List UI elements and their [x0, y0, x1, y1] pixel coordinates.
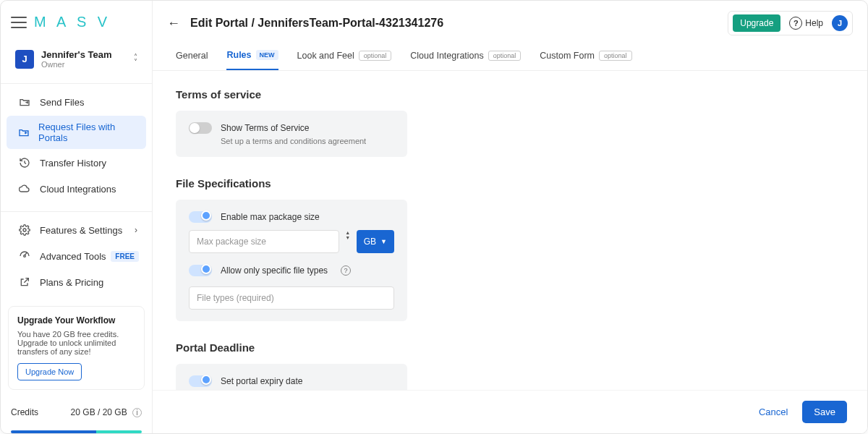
stepper-down-icon[interactable]: ▼ [344, 235, 352, 240]
app-frame: M A S V J Jennifer's Team Owner ˄˅ Send … [0, 0, 868, 434]
file-types-toggle[interactable] [189, 265, 212, 276]
credits-progress-bar [11, 430, 142, 433]
tab-cloud-integrations[interactable]: Cloud Integrations optional [410, 50, 521, 70]
upgrade-now-button[interactable]: Upgrade Now [17, 363, 82, 380]
tab-custom-form[interactable]: Custom Form optional [540, 50, 631, 70]
nav-section-settings: Features & Settings › Advanced Tools FRE… [1, 211, 152, 300]
max-size-label: Enable max package size [221, 212, 320, 222]
tab-label: Cloud Integrations [410, 51, 483, 61]
sidebar-item-transfer-history[interactable]: Transfer History [7, 150, 146, 175]
credits-label: Credits [11, 407, 38, 417]
svg-point-0 [23, 229, 26, 231]
tabs: General Rules NEW Look and Feel optional… [153, 40, 867, 71]
upgrade-card-body: You have 20 GB free credits. Upgrade to … [17, 330, 135, 356]
gear-icon [18, 224, 31, 237]
deadline-label: Set portal expiry date [221, 376, 302, 386]
max-package-size-input[interactable] [189, 230, 339, 253]
tos-card: Show Terms of Service Set up a terms and… [176, 111, 407, 157]
gauge-icon [18, 250, 31, 263]
topbar: ← Edit Portal / JennifersTeam-Portal-432… [153, 1, 867, 40]
team-info: Jennifer's Team Owner [41, 49, 112, 69]
unit-dropdown[interactable]: GB ▼ [357, 230, 394, 253]
tab-general[interactable]: General [176, 50, 208, 70]
new-badge: NEW [256, 50, 278, 60]
page-title: Edit Portal / JennifersTeam-Portal-43213… [190, 17, 443, 30]
tos-toggle-label: Show Terms of Service [221, 123, 310, 133]
main: ← Edit Portal / JennifersTeam-Portal-432… [153, 1, 867, 433]
stepper[interactable]: ▲▼ [344, 230, 352, 253]
help-icon: ? [789, 17, 802, 30]
cloud-icon [18, 182, 31, 195]
sidebar-item-send-files[interactable]: Send Files [7, 90, 146, 114]
cancel-button[interactable]: Cancel [759, 401, 788, 423]
upgrade-button[interactable]: Upgrade [733, 14, 780, 32]
tos-toggle[interactable] [189, 122, 212, 134]
caret-down-icon: ▼ [380, 238, 387, 245]
sidebar: M A S V J Jennifer's Team Owner ˄˅ Send … [1, 1, 153, 433]
file-types-input[interactable] [189, 286, 394, 310]
stepper-up-icon[interactable]: ▲ [344, 230, 352, 235]
team-name: Jennifer's Team [41, 49, 112, 60]
nav-section-main: Send Files Request Files with Portals Tr… [1, 83, 152, 207]
nav-label: Plans & Pricing [40, 277, 103, 288]
help-label: Help [805, 18, 823, 28]
optional-badge: optional [599, 51, 632, 61]
upgrade-card: Upgrade Your Workflow You have 20 GB fre… [8, 306, 145, 390]
help-tooltip-icon[interactable]: ? [341, 265, 351, 276]
tab-label: Look and Feel [297, 51, 354, 61]
help-button[interactable]: ? Help [786, 14, 826, 32]
section-title-deadline: Portal Deadline [176, 341, 844, 354]
sidebar-item-plans-pricing[interactable]: Plans & Pricing [7, 270, 146, 294]
topbar-right: Upgrade ? Help J [728, 11, 853, 35]
sidebar-item-request-portals[interactable]: Request Files with Portals [7, 116, 146, 149]
unit-label: GB [364, 237, 376, 247]
updown-chevron-icon[interactable]: ˄˅ [134, 54, 137, 64]
footer: Cancel Save [153, 390, 867, 433]
tab-label: Custom Form [540, 51, 595, 61]
optional-badge: optional [359, 51, 392, 61]
sidebar-item-cloud-integrations[interactable]: Cloud Integrations [7, 176, 146, 201]
nav-label: Cloud Integrations [40, 184, 116, 195]
nav-label: Send Files [40, 97, 84, 108]
deadline-toggle[interactable] [189, 375, 212, 387]
nav-label: Advanced Tools [40, 251, 106, 262]
chevron-right-icon: › [135, 225, 137, 235]
nav-label: Transfer History [40, 158, 106, 169]
tab-label: General [176, 51, 208, 61]
history-icon [18, 156, 31, 169]
team-switcher[interactable]: J Jennifer's Team Owner ˄˅ [8, 43, 145, 75]
section-title-filespec: File Specifications [176, 177, 844, 190]
tab-label: Rules [226, 50, 251, 60]
content: Terms of service Show Terms of Service S… [153, 71, 867, 433]
tab-rules[interactable]: Rules NEW [226, 50, 278, 70]
tos-sub: Set up a terms and conditions agreement [221, 137, 394, 145]
user-avatar[interactable]: J [832, 15, 848, 31]
external-link-icon [18, 276, 31, 289]
sidebar-item-advanced-tools[interactable]: Advanced Tools FREE [7, 244, 146, 268]
optional-badge: optional [488, 51, 522, 61]
nav-label: Features & Settings [40, 225, 122, 236]
free-badge: FREE [111, 251, 139, 262]
credits-value: 20 GB / 20 GB [71, 407, 127, 417]
hamburger-icon[interactable] [11, 17, 27, 28]
folder-request-icon [18, 126, 30, 139]
max-size-toggle[interactable] [189, 211, 212, 223]
team-avatar: J [15, 50, 34, 69]
section-title-tos: Terms of service [176, 88, 844, 101]
save-button[interactable]: Save [802, 401, 847, 423]
sidebar-item-features-settings[interactable]: Features & Settings › [7, 218, 146, 242]
team-role: Owner [41, 60, 112, 69]
folder-send-icon [18, 95, 31, 109]
file-types-label: Allow only specific file types [221, 265, 328, 276]
svg-point-1 [24, 255, 26, 258]
info-icon[interactable]: i [132, 408, 142, 417]
nav-label: Request Files with Portals [38, 122, 135, 143]
credits-row: Credits 20 GB / 20 GB i [1, 401, 152, 427]
upgrade-card-title: Upgrade Your Workflow [17, 315, 135, 326]
filespec-card: Enable max package size ▲▼ GB ▼ Allow on… [176, 200, 407, 321]
back-arrow-icon[interactable]: ← [167, 16, 180, 31]
logo: M A S V [34, 14, 111, 30]
sidebar-top: M A S V [1, 8, 152, 38]
tab-look-and-feel[interactable]: Look and Feel optional [297, 50, 392, 70]
